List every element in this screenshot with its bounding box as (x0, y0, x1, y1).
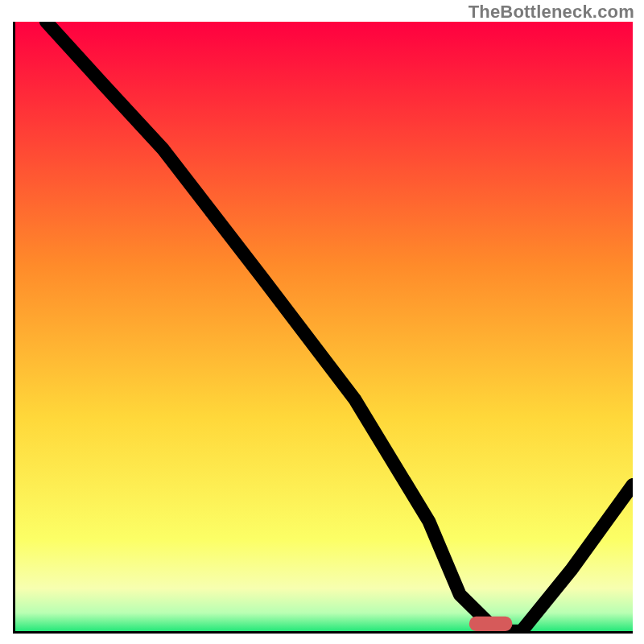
optimal-marker (469, 617, 513, 631)
chart-stage: TheBottleneck.com (0, 0, 644, 644)
bottleneck-chart-svg (15, 22, 633, 631)
watermark-text: TheBottleneck.com (469, 2, 634, 23)
heat-gradient-bg (15, 22, 633, 631)
plot-frame (13, 22, 633, 634)
